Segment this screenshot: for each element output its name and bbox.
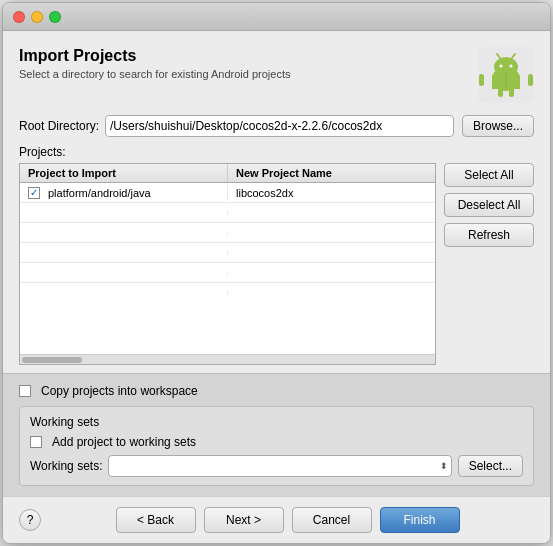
refresh-button[interactable]: Refresh (444, 223, 534, 247)
footer-action-buttons: < Back Next > Cancel Finish (41, 507, 534, 533)
project-to-import-cell[interactable]: platform/android/java (20, 185, 228, 201)
working-sets-add-row: Add project to working sets (30, 435, 523, 449)
select-all-button[interactable]: Select All (444, 163, 534, 187)
svg-point-6 (510, 65, 513, 68)
traffic-lights (13, 11, 61, 23)
root-directory-label: Root Directory: (19, 119, 99, 133)
scrollbar-thumb[interactable] (22, 357, 82, 363)
col-project-to-import: Project to Import (20, 164, 228, 182)
add-to-working-sets-label: Add project to working sets (52, 435, 196, 449)
dialog-subtitle: Select a directory to search for existin… (19, 68, 478, 80)
bottom-section: Copy projects into workspace Working set… (3, 373, 550, 496)
deselect-all-button[interactable]: Deselect All (444, 193, 534, 217)
working-sets-select[interactable] (108, 455, 451, 477)
close-button[interactable] (13, 11, 25, 23)
dialog-title: Import Projects (19, 47, 478, 65)
back-button[interactable]: < Back (116, 507, 196, 533)
dialog-footer: ? < Back Next > Cancel Finish (3, 496, 550, 543)
help-button[interactable]: ? (19, 509, 41, 531)
working-sets-title: Working sets (30, 415, 523, 429)
title-bar (3, 3, 550, 31)
working-sets-select-wrapper: ⬍ (108, 455, 451, 477)
dialog-content: Import Projects Select a directory to se… (3, 31, 550, 373)
browse-button[interactable]: Browse... (462, 115, 534, 137)
working-sets-box: Working sets Add project to working sets… (19, 406, 534, 486)
svg-rect-12 (509, 87, 514, 97)
svg-rect-11 (498, 87, 503, 97)
project-checkbox[interactable] (28, 187, 40, 199)
col-new-project-name: New Project Name (228, 164, 435, 182)
import-projects-window: Import Projects Select a directory to se… (2, 2, 551, 544)
table-body: platform/android/java libcocos2dx (20, 183, 435, 354)
table-scrollbar[interactable] (20, 354, 435, 364)
svg-point-5 (500, 65, 503, 68)
working-sets-label: Working sets: (30, 459, 102, 473)
table-row-empty-1 (20, 203, 435, 223)
copy-projects-label: Copy projects into workspace (41, 384, 198, 398)
dialog-header: Import Projects Select a directory to se… (19, 47, 534, 103)
new-project-name-cell: libcocos2dx (228, 185, 435, 201)
copy-projects-row: Copy projects into workspace (19, 384, 534, 398)
root-directory-row: Root Directory: Browse... (19, 115, 534, 137)
table-header: Project to Import New Project Name (20, 164, 435, 183)
projects-section: Project to Import New Project Name platf… (19, 163, 534, 365)
projects-label: Projects: (19, 145, 534, 159)
add-to-working-sets-checkbox[interactable] (30, 436, 42, 448)
copy-projects-checkbox[interactable] (19, 385, 31, 397)
svg-rect-9 (479, 74, 484, 86)
root-directory-input[interactable] (105, 115, 454, 137)
chevron-down-icon: ⬍ (440, 461, 448, 471)
finish-button[interactable]: Finish (380, 507, 460, 533)
header-text: Import Projects Select a directory to se… (19, 47, 478, 80)
table-row[interactable]: platform/android/java libcocos2dx (20, 183, 435, 203)
projects-table: Project to Import New Project Name platf… (19, 163, 436, 365)
table-row-empty-4 (20, 263, 435, 283)
maximize-button[interactable] (49, 11, 61, 23)
new-project-name: libcocos2dx (236, 187, 293, 199)
working-sets-select-row: Working sets: ⬍ Select... (30, 455, 523, 477)
table-row-empty-5 (20, 283, 435, 303)
minimize-button[interactable] (31, 11, 43, 23)
table-row-empty-2 (20, 223, 435, 243)
side-buttons: Select All Deselect All Refresh (444, 163, 534, 365)
next-button[interactable]: Next > (204, 507, 284, 533)
svg-rect-10 (528, 74, 533, 86)
android-icon (478, 47, 534, 103)
working-sets-select-button[interactable]: Select... (458, 455, 523, 477)
table-row-empty-3 (20, 243, 435, 263)
project-name: platform/android/java (48, 187, 151, 199)
projects-area: Project to Import New Project Name platf… (19, 163, 534, 365)
cancel-button[interactable]: Cancel (292, 507, 372, 533)
